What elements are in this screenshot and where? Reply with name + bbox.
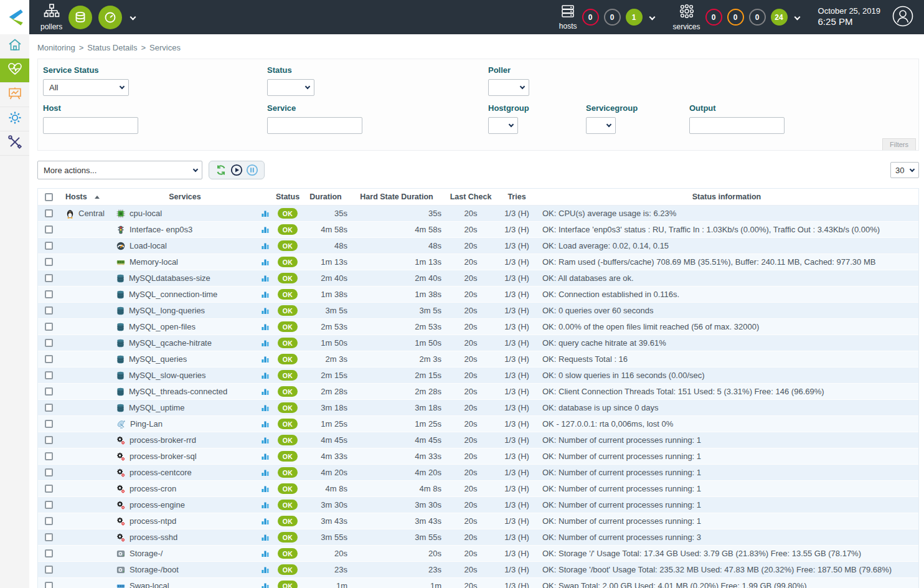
latency-status-button[interactable]	[98, 6, 122, 29]
bar-chart-icon[interactable]	[261, 485, 270, 493]
service-label[interactable]: process-centcore	[130, 468, 192, 477]
host-input[interactable]	[43, 117, 138, 134]
row-checkbox[interactable]	[45, 258, 53, 266]
services-chevron-down-icon[interactable]	[794, 14, 800, 21]
bar-chart-icon[interactable]	[261, 452, 270, 460]
column-services[interactable]: Services	[114, 192, 256, 201]
bar-chart-icon[interactable]	[261, 501, 270, 509]
service-label[interactable]: process-broker-sql	[130, 452, 197, 461]
service-label[interactable]: cpu-local	[130, 209, 162, 218]
bar-chart-icon[interactable]	[261, 566, 270, 574]
services-menu[interactable]: services	[673, 3, 700, 31]
select-all-checkbox[interactable]	[45, 193, 53, 201]
service-label[interactable]: MySQL_queries	[129, 354, 187, 364]
sidebar-item-reporting[interactable]	[0, 83, 29, 107]
service-label[interactable]: process-cron	[130, 484, 176, 493]
bar-chart-icon[interactable]	[261, 323, 270, 331]
service-label[interactable]: process-engine	[130, 500, 185, 510]
bar-chart-icon[interactable]	[261, 306, 270, 315]
output-input[interactable]	[689, 117, 785, 134]
pollers-chevron-down-icon[interactable]	[130, 14, 136, 21]
bar-chart-icon[interactable]	[261, 404, 270, 412]
row-checkbox[interactable]	[45, 582, 53, 588]
row-checkbox[interactable]	[45, 371, 53, 379]
service-label[interactable]: process-broker-rrd	[130, 435, 196, 445]
row-checkbox[interactable]	[45, 290, 53, 298]
row-checkbox[interactable]	[45, 468, 53, 477]
hostgroup-select[interactable]	[488, 117, 518, 134]
service-label[interactable]: Interface- enp0s3	[130, 225, 192, 234]
breadcrumb-status-details[interactable]: Status Details	[87, 43, 137, 52]
column-hosts[interactable]: Hosts	[59, 192, 114, 201]
bar-chart-icon[interactable]	[261, 582, 270, 588]
service-label[interactable]: MySQLdatabases-size	[129, 273, 210, 283]
row-checkbox[interactable]	[45, 323, 53, 331]
service-label[interactable]: Storage-/	[130, 549, 163, 558]
bar-chart-icon[interactable]	[261, 549, 270, 557]
hosts-chevron-down-icon[interactable]	[649, 14, 655, 21]
bar-chart-icon[interactable]	[261, 242, 270, 250]
service-label[interactable]: process-ntpd	[130, 516, 176, 526]
row-checkbox[interactable]	[45, 501, 53, 509]
breadcrumb-monitoring[interactable]: Monitoring	[37, 43, 75, 52]
sidebar-item-administration[interactable]	[0, 131, 29, 156]
bar-chart-icon[interactable]	[261, 290, 270, 298]
row-checkbox[interactable]	[45, 485, 53, 493]
play-button[interactable]	[230, 164, 243, 176]
service-label[interactable]: Swap-local	[130, 581, 169, 588]
sidebar-item-home[interactable]	[0, 34, 29, 59]
service-label[interactable]: MySQL_connection-time	[129, 290, 217, 299]
sidebar-item-configuration[interactable]	[0, 107, 29, 131]
bar-chart-icon[interactable]	[261, 468, 270, 477]
column-last-check[interactable]: Last Check	[443, 192, 499, 201]
column-tries[interactable]: Tries	[499, 192, 535, 201]
bar-chart-icon[interactable]	[261, 339, 270, 347]
hosts-menu[interactable]: hosts	[559, 4, 577, 31]
row-checkbox[interactable]	[45, 404, 53, 412]
user-avatar[interactable]	[892, 5, 914, 30]
row-checkbox[interactable]	[45, 387, 53, 396]
refresh-button[interactable]	[215, 164, 227, 176]
poller-select[interactable]	[488, 79, 529, 96]
row-checkbox[interactable]	[45, 242, 53, 250]
bar-chart-icon[interactable]	[261, 436, 270, 444]
services-badge-orange-outline[interactable]: 0	[727, 9, 744, 26]
row-checkbox[interactable]	[45, 436, 53, 444]
bar-chart-icon[interactable]	[261, 355, 270, 363]
hosts-badge-green-filled[interactable]: 1	[626, 9, 643, 26]
host-label[interactable]: Central	[78, 209, 105, 218]
bar-chart-icon[interactable]	[261, 420, 270, 428]
row-checkbox[interactable]	[45, 420, 53, 428]
column-hard-state-duration[interactable]: Hard State Duration	[351, 192, 443, 201]
service-label[interactable]: MySQL_slow-queries	[129, 371, 206, 380]
service-label[interactable]: Load-local	[130, 241, 167, 250]
database-status-button[interactable]	[68, 6, 92, 29]
servicegroup-select[interactable]	[586, 117, 616, 134]
service-label[interactable]: Memory-local	[130, 257, 178, 267]
service-status-select[interactable]: All	[43, 79, 129, 96]
hosts-badge-gray-outline[interactable]: 0	[604, 9, 621, 26]
service-label[interactable]: Storage-/boot	[130, 565, 179, 574]
bar-chart-icon[interactable]	[261, 533, 270, 541]
row-checkbox[interactable]	[45, 549, 53, 557]
pause-button[interactable]	[246, 164, 258, 176]
column-duration[interactable]: Duration	[301, 192, 351, 201]
services-badge-green-filled[interactable]: 24	[771, 9, 788, 26]
pollers-menu[interactable]: pollers	[40, 3, 62, 31]
row-checkbox[interactable]	[45, 339, 53, 347]
row-checkbox[interactable]	[45, 209, 53, 217]
services-badge-red-outline[interactable]: 0	[705, 9, 722, 26]
row-checkbox[interactable]	[45, 517, 53, 525]
row-checkbox[interactable]	[45, 225, 53, 234]
column-status-information[interactable]: Status information	[535, 192, 918, 201]
row-checkbox[interactable]	[45, 306, 53, 315]
sidebar-item-monitoring[interactable]	[0, 59, 29, 83]
row-checkbox[interactable]	[45, 452, 53, 460]
bar-chart-icon[interactable]	[261, 387, 270, 396]
bar-chart-icon[interactable]	[261, 274, 270, 282]
more-actions-select[interactable]: More actions...	[37, 161, 202, 179]
bar-chart-icon[interactable]	[261, 225, 270, 234]
bar-chart-icon[interactable]	[261, 517, 270, 525]
bar-chart-icon[interactable]	[261, 209, 270, 217]
service-input[interactable]	[267, 117, 362, 134]
